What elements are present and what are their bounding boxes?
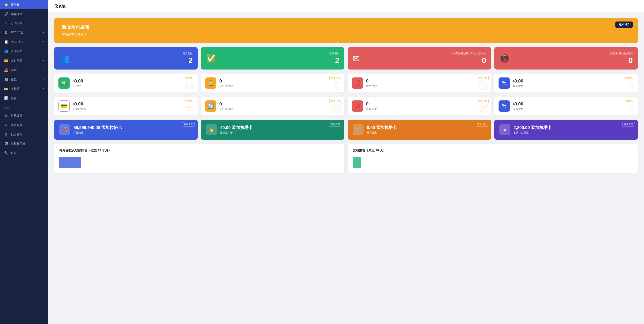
bsc-label: 推荐佣金	[367, 131, 486, 134]
email-unverified-icon: ✉	[353, 54, 360, 63]
view-all-link[interactable]: 查看全部	[329, 76, 342, 80]
bsc-value: 0.00 孟加拉塔卡	[367, 125, 486, 130]
chevron-down-icon: ▾	[42, 59, 44, 62]
viewed-ads-icon: 👆	[206, 124, 217, 135]
report-card-transaction-report: 交易报告（最近 30 天）	[348, 144, 638, 173]
system-config-icon: ⚙	[4, 123, 8, 127]
sidebar-item-payment-gateway[interactable]: 💳 支付网关 ▾	[0, 56, 48, 65]
chart-bar	[390, 168, 398, 168]
sidebar-item-label: 支付网关	[11, 59, 22, 63]
ptc-reports-icon: 📋	[4, 40, 8, 44]
sidebar-item-referral[interactable]: 🔗 推荐佣金	[0, 10, 48, 19]
sidebar-item-subscription[interactable]: ≡ 订阅计划	[0, 19, 48, 28]
watermark: %	[628, 82, 635, 90]
sidebar-item-logo-icon[interactable]: 🖼 微标和图标	[0, 139, 48, 148]
sidebar-item-system-config[interactable]: ⚙ 系统配置	[0, 120, 48, 130]
sidebar: 🏠 仪表板 🔗 推荐佣金 ≡ 订阅计划 🖥 PTC 广告 ▾ 📋 PTC 报告 …	[0, 0, 48, 324]
view-all-link[interactable]: 查看全部	[623, 99, 635, 103]
rejected-deposit-icon: 🚫	[352, 78, 363, 89]
social-credentials-icon: 👤	[4, 132, 8, 136]
sidebar-item-dashboard[interactable]: 🏠 仪表板	[0, 0, 48, 10]
chart-bar	[362, 168, 370, 168]
chart-bar	[522, 168, 530, 168]
info-card-label: 提款被拒	[366, 107, 487, 111]
chart-bar	[540, 168, 548, 168]
chart-bar	[531, 168, 539, 168]
sidebar-item-extension[interactable]: 🔧 扩展	[0, 148, 48, 158]
watermark: ❌	[478, 104, 488, 113]
info-card-pending-withdrawal: 🔄 0 待处理提款 查看全部 🔄	[201, 97, 344, 116]
chart-bar	[512, 168, 520, 168]
withdrawal-fee-icon: %	[498, 100, 510, 112]
bsc-view-all-link[interactable]: 查看全部	[329, 122, 342, 126]
sidebar-item-support-ticket[interactable]: 🎫 支持票 ▾	[0, 84, 48, 94]
sidebar-item-withdrawal[interactable]: 🏦 提款 ▾	[0, 75, 48, 84]
stat-label: 移动未经验证的用户	[610, 52, 633, 55]
view-all-link[interactable]: 查看全部	[476, 99, 488, 103]
chart-bar	[484, 168, 492, 168]
total-withdrawal-icon: 💳	[58, 100, 70, 112]
bsc-view-all-link[interactable]: 查看全部	[476, 122, 488, 126]
chart-bar	[418, 168, 426, 168]
info-card-label: 拒绝存款	[366, 84, 487, 88]
chart-bar	[615, 168, 623, 168]
info-card-value: 0	[219, 78, 340, 84]
watermark: ⏳	[332, 81, 342, 90]
chart-bar	[353, 157, 361, 168]
chart-bar	[294, 168, 316, 168]
sidebar-item-label: 常规设置	[11, 114, 22, 118]
chart-bar	[446, 168, 454, 168]
info-card-rejected-withdrawal: ❌ 0 提款被拒 查看全部 ❌	[348, 97, 491, 116]
sidebar-item-social-credentials[interactable]: 👤 社会资质	[0, 130, 48, 139]
bsc-label: 购买计划总额	[514, 131, 633, 134]
ptc-ads-icon: 🖥	[4, 31, 8, 34]
sidebar-item-ptc-reports[interactable]: 📋 PTC 报告 ▾	[0, 37, 48, 46]
view-all-link[interactable]: 查看全部	[182, 99, 195, 103]
sidebar-item-report[interactable]: 📊 报告 ▾	[0, 94, 48, 103]
chart-bar	[381, 168, 389, 168]
topbar: 仪表板	[48, 0, 644, 13]
info-card-label: 总存款	[72, 84, 194, 88]
bsc-view-all-link[interactable]: 查看全部	[182, 122, 195, 126]
chart-bar	[400, 168, 408, 168]
chevron-down-icon: ▾	[42, 69, 44, 72]
view-all-link[interactable]: 查看全部	[476, 76, 488, 80]
chart-bar	[456, 168, 464, 168]
chart-bar	[106, 168, 128, 168]
big-stat-card-ad-total: 📣 59,999,940.00 孟加拉塔卡 广告总数 查看全部	[54, 120, 198, 140]
chart-bar	[317, 168, 339, 168]
bsc-view-all-link[interactable]: 查看全部	[622, 122, 635, 126]
info-card-value: ৳0.00	[72, 101, 194, 107]
total-deposit-icon: 💵	[58, 78, 70, 89]
view-all-link[interactable]: 查看全部	[623, 76, 635, 80]
watermark: 🚫	[478, 81, 488, 90]
chevron-down-icon: ▾	[42, 78, 44, 81]
sidebar-item-deposit[interactable]: 📥 存款 ▾	[0, 65, 48, 75]
chart-bar	[130, 168, 152, 168]
reports-row: 每月存款及取款报告（过去 12 个月） 交易报告（最近 30 天）	[54, 144, 638, 173]
banner-subtitle: 更新内容是什么？	[62, 33, 630, 37]
stat-card-total-users: 👥 用户总数 2	[54, 47, 198, 70]
stat-value: 2	[329, 56, 339, 65]
chart-bar	[606, 168, 614, 168]
chevron-down-icon: ▾	[42, 50, 44, 52]
watermark: 💳	[185, 104, 195, 113]
sidebar-item-label: 系统配置	[11, 124, 22, 127]
watermark: 🔄	[332, 104, 342, 113]
sidebar-item-ptc-ads[interactable]: 🖥 PTC 广告 ▾	[0, 28, 48, 37]
sidebar-item-general-settings[interactable]: ⚙ 常规设置	[0, 111, 48, 120]
chart-bar	[550, 168, 558, 168]
sidebar-item-label: 社会资质	[11, 133, 22, 136]
info-card-label: 待处理存款	[219, 84, 340, 88]
view-all-link[interactable]: 查看全部	[329, 99, 342, 103]
view-all-link[interactable]: 查看全部	[182, 76, 195, 80]
bsc-label: 已浏览广告	[220, 131, 339, 134]
pending-deposit-icon: ⏳	[205, 78, 216, 89]
chart-bar	[437, 168, 445, 168]
stat-card-email-unverified: ✉ 向未经验证的用户发送电子邮件 0	[348, 47, 491, 70]
purchase-plan-icon: ≡	[500, 124, 510, 135]
sidebar-item-manage-users[interactable]: 👥 管理用户 ▾	[0, 46, 48, 56]
subscription-icon: ≡	[4, 22, 8, 25]
main-content: 仪表板 新版本已发布 更新内容是什么？ 版本 4.0 👥 用户总数 2 ✅ 活跃…	[48, 0, 644, 324]
chevron-down-icon: ▾	[42, 31, 44, 34]
